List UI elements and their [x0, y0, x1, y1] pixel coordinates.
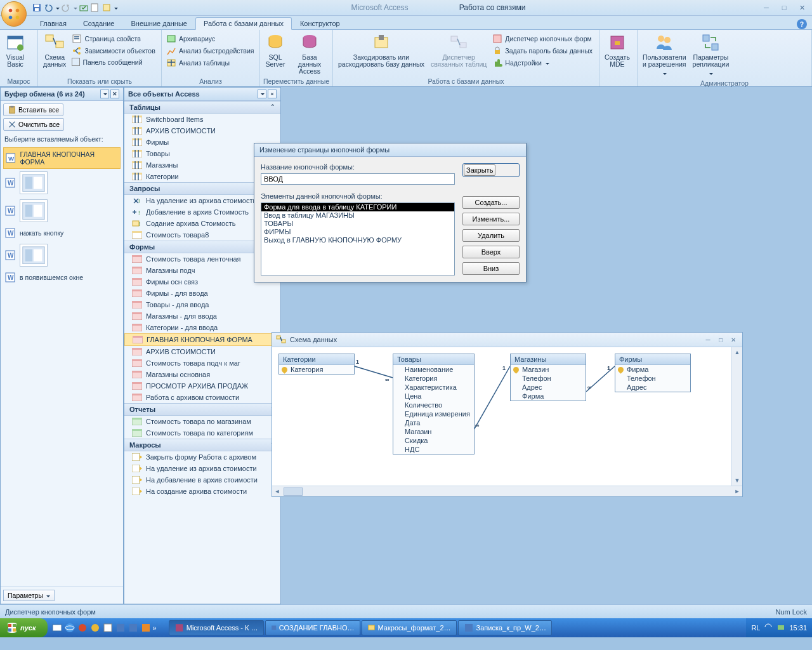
nav-item[interactable]: Стоимость товара подч к маг: [124, 357, 280, 369]
visual-basic-button[interactable]: VisualBasic: [3, 31, 28, 69]
nav-item[interactable]: ГЛАВНАЯ КНОПОЧНАЯ ФОРМА: [124, 333, 280, 346]
clear-all-button[interactable]: Очистить все: [3, 118, 64, 131]
ql-icon[interactable]: [51, 622, 63, 633]
schema-hscrollbar[interactable]: ◄ ►: [272, 486, 742, 496]
clipboard-close-icon[interactable]: ✕: [110, 90, 119, 98]
perf-analysis-button[interactable]: Анализ быстродействия: [164, 45, 256, 56]
list-item[interactable]: Ввод в таблицу МАГАЗИНЫ: [261, 211, 454, 220]
schema-close-icon[interactable]: ✕: [728, 335, 738, 344]
form-name-input[interactable]: [261, 173, 455, 185]
replication-button[interactable]: Параметрырепликации: [690, 31, 732, 78]
nav-title[interactable]: Все объекты Access: [128, 90, 200, 98]
nav-item[interactable]: Магазины основная: [124, 369, 280, 380]
nav-category[interactable]: Таблицы⌃: [124, 101, 280, 114]
down-button[interactable]: Вниз: [462, 262, 520, 275]
nav-item[interactable]: Товары - для ввода: [124, 299, 280, 310]
taskbar-item[interactable]: Microsoft Access - К …: [169, 620, 264, 635]
redo-dropdown-icon[interactable]: [72, 4, 77, 11]
switchboard-mgr-button[interactable]: Диспетчер кнопочных форм: [490, 33, 594, 44]
property-sheet-button[interactable]: Страница свойств: [70, 33, 157, 44]
edit-button[interactable]: Изменить...: [462, 213, 520, 225]
nav-item[interactable]: На удаление из архива стоимости: [124, 463, 280, 474]
ql-icon[interactable]: [64, 622, 75, 633]
ql-icon[interactable]: [77, 622, 88, 633]
clipboard-params-button[interactable]: Параметры: [3, 590, 55, 601]
linked-tables-button[interactable]: Диспетчерсвязанных таблиц: [428, 31, 489, 69]
table-analysis-button[interactable]: Анализ таблицы: [164, 57, 256, 69]
schema-max-icon[interactable]: □: [716, 335, 726, 344]
qat-icon-3[interactable]: [102, 3, 112, 13]
delete-button[interactable]: Удалить: [462, 229, 520, 242]
taskbar-item[interactable]: СОЗДАНИЕ ГЛАВНО…: [265, 620, 360, 635]
sql-server-button[interactable]: SQLServer: [263, 31, 288, 69]
tray-icon[interactable]: [764, 623, 773, 633]
tray-icon[interactable]: [776, 623, 785, 633]
qat-customize-icon[interactable]: [113, 4, 118, 11]
nav-item[interactable]: Стоимость товара по магазинам: [124, 416, 280, 427]
office-button[interactable]: [1, 1, 27, 27]
clipboard-item[interactable]: W: [3, 197, 121, 225]
encode-db-button[interactable]: Закодировать илираскодировать базу данны…: [336, 31, 427, 69]
clock[interactable]: 15:31: [789, 624, 807, 632]
clipboard-item[interactable]: Wнажать кнопку: [3, 225, 121, 241]
qat-icon-2[interactable]: [90, 3, 100, 13]
create-button[interactable]: Создать...: [462, 196, 520, 209]
up-button[interactable]: Вверх: [462, 246, 520, 258]
nav-category[interactable]: Отчеты⌃: [124, 403, 280, 416]
nav-item[interactable]: Категории - для ввода: [124, 322, 280, 333]
ql-icon[interactable]: [89, 622, 101, 633]
clipboard-menu-icon[interactable]: [100, 90, 109, 98]
nav-category[interactable]: Макросы⌃: [124, 439, 280, 451]
nav-item[interactable]: Магазины - для ввода: [124, 310, 280, 322]
access-db-button[interactable]: База данныхAccess: [289, 31, 330, 76]
ql-icon[interactable]: [115, 622, 126, 633]
help-icon[interactable]: ?: [797, 19, 807, 29]
maximize-button[interactable]: □: [776, 3, 792, 13]
list-item[interactable]: Выход в ГЛАВНУЮ КНОПОЧНУЮ ФОРМУ: [261, 236, 454, 244]
nav-item[interactable]: Switchboard Items: [124, 114, 280, 125]
object-deps-button[interactable]: Зависимости объектов: [70, 45, 157, 56]
list-item[interactable]: ТОВАРЫ: [261, 220, 454, 228]
ql-icon[interactable]: [128, 622, 139, 633]
nav-item[interactable]: Работа с архивом стоимости: [124, 392, 280, 403]
lang-indicator[interactable]: RL: [751, 624, 760, 632]
items-listbox[interactable]: Форма для ввода в таблицу КАТЕГОРИИВвод …: [261, 202, 455, 275]
qat-icon-1[interactable]: [79, 3, 89, 13]
close-dlg-button[interactable]: Закрыть: [464, 164, 495, 176]
nav-item[interactable]: Стоимость товара по категориям: [124, 427, 280, 439]
taskbar-item[interactable]: Записка_к_пр_W_2…: [458, 620, 552, 635]
nav-item[interactable]: АРХИВ СТОИМОСТИ: [124, 346, 280, 357]
list-item[interactable]: Форма для ввода в таблицу КАТЕГОРИИ: [261, 203, 454, 211]
schema-table[interactable]: ФирмыФирмаТелефонАдрес: [615, 354, 691, 392]
ribbon-tab[interactable]: Создание: [75, 17, 123, 30]
redo-icon[interactable]: [61, 3, 71, 13]
undo-icon[interactable]: [43, 3, 53, 13]
nav-item[interactable]: На создание архива стоимости: [124, 486, 280, 497]
nav-collapse-icon[interactable]: «: [268, 90, 277, 98]
schema-vscrollbar[interactable]: ▲ ▼: [731, 347, 742, 486]
nav-item[interactable]: Фирмы - для ввода: [124, 288, 280, 299]
nav-item[interactable]: АРХИВ СТОИМОСТИ: [124, 125, 280, 136]
set-password-button[interactable]: Задать пароль базы данных: [490, 45, 594, 56]
ql-more-icon[interactable]: »: [153, 622, 164, 633]
start-button[interactable]: пуск: [0, 618, 48, 637]
ribbon-tab[interactable]: Внешние данные: [123, 17, 195, 30]
clipboard-item[interactable]: W: [3, 241, 121, 269]
save-icon[interactable]: [32, 3, 42, 13]
users-perms-button[interactable]: Пользователии разрешения: [640, 31, 689, 78]
list-item[interactable]: ФИРМЫ: [261, 228, 454, 236]
database-schema-button[interactable]: Схемаданных: [41, 31, 69, 69]
schema-table[interactable]: ТоварыНаименованиеКатегорияХарактеристик…: [393, 354, 475, 454]
ribbon-tab[interactable]: Конструктор: [292, 17, 348, 30]
paste-all-button[interactable]: Вставить все: [3, 103, 63, 116]
minimize-button[interactable]: ─: [759, 3, 774, 13]
close-button[interactable]: ✕: [794, 3, 809, 13]
ql-icon[interactable]: [102, 622, 114, 633]
schema-min-icon[interactable]: ─: [703, 335, 713, 344]
archivist-button[interactable]: Архивариус: [164, 33, 256, 44]
nav-menu-icon[interactable]: [258, 90, 266, 98]
ribbon-tab[interactable]: Работа с базами данных: [195, 17, 292, 30]
schema-table[interactable]: МагазиныМагазинТелефонАдресФирма: [510, 354, 586, 401]
ribbon-tab[interactable]: Главная: [32, 17, 75, 30]
clipboard-item[interactable]: W: [3, 169, 121, 197]
